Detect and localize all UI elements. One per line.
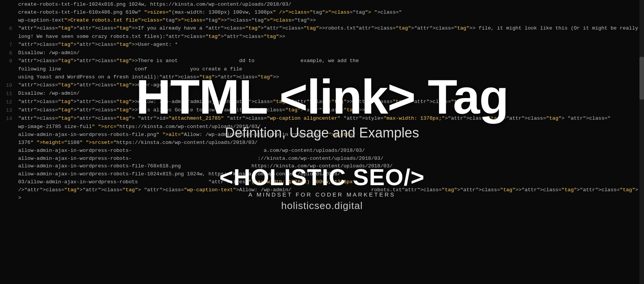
line-number [3, 139, 18, 139]
line-content: "attr">class="tag">"attr">class="tag">>T… [18, 57, 639, 65]
line-number [3, 66, 18, 66]
code-line: 7"attr">class="tag">"attr">class="tag">>… [3, 41, 639, 49]
code-line: allow-admin-ajax-in-wordpress-robots-fil… [3, 162, 639, 170]
code-line: using Yoast and WordPress on a fresh ins… [3, 73, 639, 81]
line-content: create-robots-txt-file-1024x816.png 1024… [18, 1, 639, 9]
code-line: 12"attr">class="tag">"attr">class="tag">… [3, 98, 639, 106]
line-content: "attr">class="tag">"attr">class="tag">>U… [18, 41, 639, 49]
code-line: 10"attr">class="tag">"attr">class="tag">… [3, 81, 639, 90]
code-background: create-robots-txt-file-1024x816.png 1024… [0, 0, 644, 284]
line-number: 11 [3, 90, 18, 98]
line-number [3, 17, 18, 17]
line-content: 03/allow-admin-ajax-in-wordpress-robots … [18, 178, 639, 186]
line-content: "attr">class="tag">"attr">class="tag">>A… [18, 98, 639, 106]
line-number [3, 73, 18, 74]
code-line: 9"attr">class="tag">"attr">class="tag">>… [3, 57, 639, 66]
line-content: "attr">class="tag">"attr">class="tag">>I… [18, 25, 639, 33]
line-number: 8 [3, 49, 18, 58]
code-line: wp-caption-text">Create robots.txt file"… [3, 17, 639, 25]
line-content: Disallow: /wp-admin/ [18, 49, 639, 57]
line-content: "attr">class="tag">"attr">class="tag">>T… [18, 106, 639, 114]
code-line: 1376" ">height="1108" ">srcset="https://… [3, 139, 639, 147]
line-content: wp-caption-text">Create robots.txt file"… [18, 17, 639, 25]
code-line: 11Disallow: /wp-admin/ [3, 90, 639, 98]
code-wrapper: create-robots-txt-file-1024x816.png 1024… [0, 0, 639, 203]
line-content: allow-admin-ajax-in-wordpress-robots-fil… [18, 131, 639, 139]
line-content: "attr">class="tag">"attr">class="tag"> "… [18, 115, 639, 123]
line-content: allow-admin-ajax-in-wordpress-robots- :/… [18, 155, 639, 163]
line-content: using Yoast and WordPress on a fresh ins… [18, 73, 639, 81]
line-number: 9 [3, 57, 18, 66]
line-content: wp-image-21785 size-full" ">src="https:/… [18, 123, 639, 131]
line-number [3, 9, 18, 9]
line-number [3, 123, 18, 123]
line-number [3, 162, 18, 163]
line-number [3, 147, 18, 147]
code-line: long! We have seen some crazy robots.txt… [3, 33, 639, 41]
code-line: 13"attr">class="tag">"attr">class="tag">… [3, 106, 639, 115]
scrollbar-thumb[interactable] [639, 57, 644, 100]
line-number: 12 [3, 98, 18, 106]
line-number [3, 131, 18, 131]
line-number [3, 186, 18, 187]
line-content: create-robots-txt-file-610x486.png 610w"… [18, 9, 639, 17]
code-line: 8Disallow: /wp-admin/ [3, 49, 639, 58]
line-number: 7 [3, 41, 18, 49]
line-content: Disallow: /wp-admin/ [18, 90, 639, 98]
line-number: 13 [3, 106, 18, 115]
line-content: allow-admin-ajax-in-wordpress-robots- a.… [18, 147, 639, 155]
code-line: create-robots-txt-file-1024x816.png 1024… [3, 1, 639, 9]
line-content: 1376" ">height="1108" ">srcset="https://… [18, 139, 639, 147]
scrollbar[interactable] [639, 0, 644, 284]
code-line: wp-image-21785 size-full" ">src="https:/… [3, 123, 639, 131]
line-number [3, 1, 18, 1]
code-line: create-robots-txt-file-610x486.png 610w"… [3, 9, 639, 17]
line-content: "attr">class="tag">"attr">class="tag">>U… [18, 81, 639, 89]
line-number [3, 155, 18, 155]
line-content: allow-admin-ajax-in-wordpress-robots-fil… [18, 170, 639, 178]
line-number: 14 [3, 115, 18, 123]
code-line: allow-admin-ajax-in-wordpress-robots- a.… [3, 147, 639, 155]
line-number [3, 170, 18, 171]
line-content: allow-admin-ajax-in-wordpress-robots-fil… [18, 162, 639, 170]
code-line: allow-admin-ajax-in-wordpress-robots- :/… [3, 155, 639, 163]
line-content: />"attr">class="tag">"attr">class="tag">… [18, 186, 639, 202]
code-line: 03/allow-admin-ajax-in-wordpress-robots … [3, 178, 639, 186]
code-line: following line conf you create a file [3, 66, 639, 73]
line-number [3, 178, 18, 179]
code-line: 6"attr">class="tag">"attr">class="tag">>… [3, 25, 639, 33]
code-line: allow-admin-ajax-in-wordpress-robots-fil… [3, 131, 639, 139]
code-line: />"attr">class="tag">"attr">class="tag">… [3, 186, 639, 202]
line-number [3, 33, 18, 33]
line-content: long! We have seen some crazy robots.txt… [18, 33, 639, 41]
line-content: following line conf you create a file [18, 66, 639, 73]
code-line: allow-admin-ajax-in-wordpress-robots-fil… [3, 170, 639, 178]
code-line: 14"attr">class="tag">"attr">class="tag">… [3, 115, 639, 123]
line-number: 6 [3, 25, 18, 33]
line-number: 10 [3, 81, 18, 90]
